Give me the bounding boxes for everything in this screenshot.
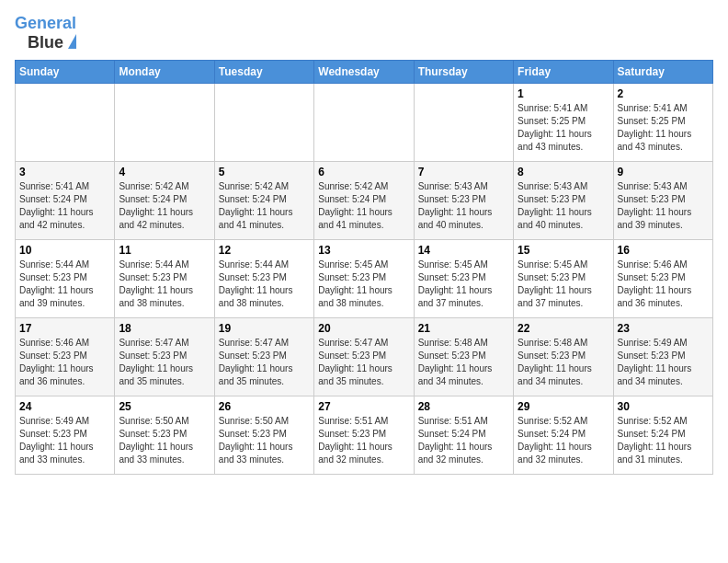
day-info: Sunrise: 5:43 AM Sunset: 5:23 PM Dayligh… <box>418 180 509 232</box>
day-number: 29 <box>518 400 609 413</box>
calendar-cell: 16Sunrise: 5:46 AM Sunset: 5:23 PM Dayli… <box>613 239 712 317</box>
calendar-table: SundayMondayTuesdayWednesdayThursdayFrid… <box>15 60 713 475</box>
logo-blue: Blue <box>28 33 63 52</box>
day-number: 25 <box>119 400 210 413</box>
calendar-cell: 21Sunrise: 5:48 AM Sunset: 5:23 PM Dayli… <box>414 317 513 396</box>
calendar-cell: 19Sunrise: 5:47 AM Sunset: 5:23 PM Dayli… <box>214 317 313 396</box>
calendar-cell: 1Sunrise: 5:41 AM Sunset: 5:25 PM Daylig… <box>514 83 613 161</box>
calendar-cell: 13Sunrise: 5:45 AM Sunset: 5:23 PM Dayli… <box>314 239 414 317</box>
day-number: 4 <box>119 166 210 178</box>
day-info: Sunrise: 5:42 AM Sunset: 5:24 PM Dayligh… <box>318 180 409 232</box>
day-info: Sunrise: 5:46 AM Sunset: 5:23 PM Dayligh… <box>618 259 709 310</box>
day-info: Sunrise: 5:44 AM Sunset: 5:23 PM Dayligh… <box>19 259 110 310</box>
day-info: Sunrise: 5:49 AM Sunset: 5:23 PM Dayligh… <box>19 415 110 466</box>
day-info: Sunrise: 5:50 AM Sunset: 5:23 PM Dayligh… <box>219 415 310 466</box>
calendar-cell: 3Sunrise: 5:41 AM Sunset: 5:24 PM Daylig… <box>16 161 115 239</box>
day-info: Sunrise: 5:45 AM Sunset: 5:23 PM Dayligh… <box>318 259 409 310</box>
calendar-cell <box>115 83 214 161</box>
calendar-cell: 7Sunrise: 5:43 AM Sunset: 5:23 PM Daylig… <box>414 161 513 239</box>
day-number: 1 <box>518 87 609 100</box>
day-info: Sunrise: 5:41 AM Sunset: 5:25 PM Dayligh… <box>518 102 609 154</box>
day-number: 13 <box>318 244 409 257</box>
day-info: Sunrise: 5:52 AM Sunset: 5:24 PM Dayligh… <box>618 415 709 466</box>
day-info: Sunrise: 5:51 AM Sunset: 5:24 PM Dayligh… <box>418 415 509 466</box>
day-number: 30 <box>618 400 709 413</box>
day-number: 9 <box>618 166 709 178</box>
day-info: Sunrise: 5:49 AM Sunset: 5:23 PM Dayligh… <box>618 337 709 388</box>
calendar-cell <box>314 83 414 161</box>
day-info: Sunrise: 5:47 AM Sunset: 5:23 PM Dayligh… <box>219 337 310 388</box>
calendar-cell: 18Sunrise: 5:47 AM Sunset: 5:23 PM Dayli… <box>115 317 214 396</box>
calendar-cell: 26Sunrise: 5:50 AM Sunset: 5:23 PM Dayli… <box>214 396 313 474</box>
weekday-header: Monday <box>115 60 214 83</box>
calendar-cell: 20Sunrise: 5:47 AM Sunset: 5:23 PM Dayli… <box>314 317 414 396</box>
day-number: 16 <box>618 244 709 257</box>
logo: General Blue <box>15 15 76 52</box>
calendar-week-row: 10Sunrise: 5:44 AM Sunset: 5:23 PM Dayli… <box>16 239 713 317</box>
day-number: 10 <box>19 244 110 257</box>
day-number: 5 <box>219 166 310 178</box>
calendar-week-row: 17Sunrise: 5:46 AM Sunset: 5:23 PM Dayli… <box>16 317 713 396</box>
day-number: 11 <box>119 244 210 257</box>
day-info: Sunrise: 5:48 AM Sunset: 5:23 PM Dayligh… <box>418 337 509 388</box>
day-number: 8 <box>518 166 609 178</box>
day-number: 23 <box>618 322 709 335</box>
day-number: 6 <box>318 166 409 178</box>
calendar-cell: 27Sunrise: 5:51 AM Sunset: 5:23 PM Dayli… <box>314 396 414 474</box>
day-number: 12 <box>219 244 310 257</box>
weekday-header: Saturday <box>613 60 712 83</box>
day-info: Sunrise: 5:45 AM Sunset: 5:23 PM Dayligh… <box>418 259 509 310</box>
day-info: Sunrise: 5:41 AM Sunset: 5:24 PM Dayligh… <box>19 180 110 232</box>
day-info: Sunrise: 5:52 AM Sunset: 5:24 PM Dayligh… <box>518 415 609 466</box>
day-info: Sunrise: 5:47 AM Sunset: 5:23 PM Dayligh… <box>318 337 409 388</box>
day-number: 15 <box>518 244 609 257</box>
day-info: Sunrise: 5:44 AM Sunset: 5:23 PM Dayligh… <box>119 259 210 310</box>
calendar-week-row: 1Sunrise: 5:41 AM Sunset: 5:25 PM Daylig… <box>16 83 713 161</box>
day-info: Sunrise: 5:43 AM Sunset: 5:23 PM Dayligh… <box>618 180 709 232</box>
day-number: 27 <box>318 400 409 413</box>
calendar-cell: 25Sunrise: 5:50 AM Sunset: 5:23 PM Dayli… <box>115 396 214 474</box>
day-info: Sunrise: 5:42 AM Sunset: 5:24 PM Dayligh… <box>219 180 310 232</box>
calendar-header-row: SundayMondayTuesdayWednesdayThursdayFrid… <box>16 60 713 83</box>
day-number: 22 <box>518 322 609 335</box>
day-info: Sunrise: 5:50 AM Sunset: 5:23 PM Dayligh… <box>119 415 210 466</box>
day-number: 3 <box>19 166 110 178</box>
day-info: Sunrise: 5:46 AM Sunset: 5:23 PM Dayligh… <box>19 337 110 388</box>
day-info: Sunrise: 5:51 AM Sunset: 5:23 PM Dayligh… <box>318 415 409 466</box>
weekday-header: Tuesday <box>214 60 313 83</box>
day-number: 18 <box>119 322 210 335</box>
day-info: Sunrise: 5:43 AM Sunset: 5:23 PM Dayligh… <box>518 180 609 232</box>
weekday-header: Wednesday <box>314 60 414 83</box>
calendar-week-row: 24Sunrise: 5:49 AM Sunset: 5:23 PM Dayli… <box>16 396 713 474</box>
page-header: General Blue <box>15 15 713 52</box>
day-number: 21 <box>418 322 509 335</box>
calendar-cell: 14Sunrise: 5:45 AM Sunset: 5:23 PM Dayli… <box>414 239 513 317</box>
logo-triangle-icon <box>68 34 76 49</box>
logo-general: General <box>15 14 76 32</box>
calendar-cell: 9Sunrise: 5:43 AM Sunset: 5:23 PM Daylig… <box>613 161 712 239</box>
day-number: 20 <box>318 322 409 335</box>
calendar-cell: 22Sunrise: 5:48 AM Sunset: 5:23 PM Dayli… <box>514 317 613 396</box>
calendar-cell <box>16 83 115 161</box>
calendar-cell: 15Sunrise: 5:45 AM Sunset: 5:23 PM Dayli… <box>514 239 613 317</box>
weekday-header: Friday <box>514 60 613 83</box>
day-info: Sunrise: 5:41 AM Sunset: 5:25 PM Dayligh… <box>618 102 709 154</box>
day-number: 17 <box>19 322 110 335</box>
calendar-cell: 29Sunrise: 5:52 AM Sunset: 5:24 PM Dayli… <box>514 396 613 474</box>
day-info: Sunrise: 5:42 AM Sunset: 5:24 PM Dayligh… <box>119 180 210 232</box>
day-number: 7 <box>418 166 509 178</box>
day-info: Sunrise: 5:47 AM Sunset: 5:23 PM Dayligh… <box>119 337 210 388</box>
calendar-cell: 5Sunrise: 5:42 AM Sunset: 5:24 PM Daylig… <box>214 161 313 239</box>
calendar-cell <box>214 83 313 161</box>
day-number: 28 <box>418 400 509 413</box>
day-number: 26 <box>219 400 310 413</box>
calendar-cell: 10Sunrise: 5:44 AM Sunset: 5:23 PM Dayli… <box>16 239 115 317</box>
calendar-week-row: 3Sunrise: 5:41 AM Sunset: 5:24 PM Daylig… <box>16 161 713 239</box>
day-number: 24 <box>19 400 110 413</box>
day-number: 2 <box>618 87 709 100</box>
day-info: Sunrise: 5:45 AM Sunset: 5:23 PM Dayligh… <box>518 259 609 310</box>
day-info: Sunrise: 5:48 AM Sunset: 5:23 PM Dayligh… <box>518 337 609 388</box>
day-number: 19 <box>219 322 310 335</box>
calendar-cell: 8Sunrise: 5:43 AM Sunset: 5:23 PM Daylig… <box>514 161 613 239</box>
calendar-cell: 17Sunrise: 5:46 AM Sunset: 5:23 PM Dayli… <box>16 317 115 396</box>
